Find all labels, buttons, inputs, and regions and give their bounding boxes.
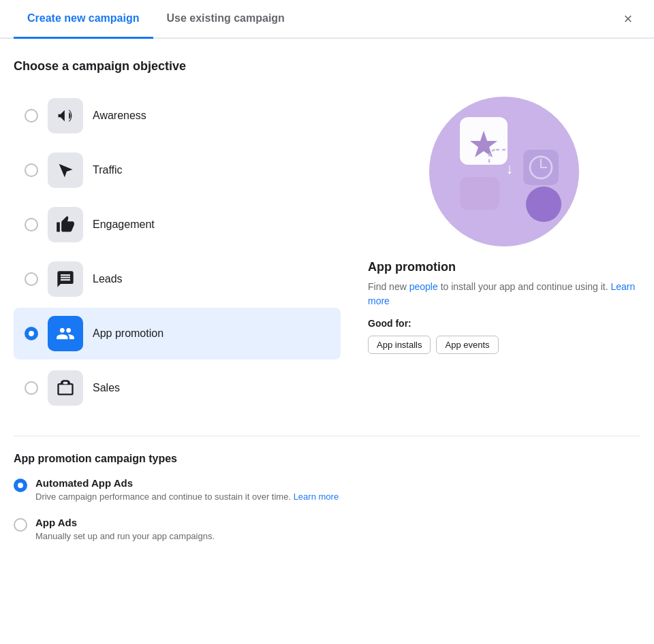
illustration-svg: ↓ xyxy=(436,103,572,240)
radio-engagement[interactable] xyxy=(25,218,38,231)
leads-label: Leads xyxy=(93,273,123,285)
objective-app-promotion[interactable]: App promotion xyxy=(14,308,341,359)
cursor-icon xyxy=(56,161,75,180)
close-button[interactable]: × xyxy=(616,7,640,31)
automated-desc-text: Drive campaign performance and continue … xyxy=(35,492,294,502)
leads-icon-box xyxy=(48,261,83,297)
type-automated-app-ads[interactable]: Automated App Ads Drive campaign perform… xyxy=(14,477,640,503)
objectives-list: Awareness Traffic xyxy=(14,90,341,414)
tag-app-events: App events xyxy=(436,336,498,354)
radio-automated-app-ads[interactable] xyxy=(14,479,27,492)
radio-sales[interactable] xyxy=(25,381,38,395)
good-for-label: Good for: xyxy=(368,318,640,329)
radio-traffic[interactable] xyxy=(25,163,38,177)
traffic-icon-box xyxy=(48,152,83,188)
type-app-ads[interactable]: App Ads Manually set up and run your app… xyxy=(14,517,640,543)
engagement-label: Engagement xyxy=(93,219,155,231)
tab-create-new[interactable]: Create new campaign xyxy=(14,0,153,39)
thumbsup-icon xyxy=(56,215,75,234)
two-column-layout: Awareness Traffic xyxy=(14,90,640,414)
automated-learn-more-link[interactable]: Learn more xyxy=(294,492,339,502)
automated-app-ads-desc: Drive campaign performance and continue … xyxy=(35,491,339,503)
campaign-types-title: App promotion campaign types xyxy=(14,453,640,465)
traffic-label: Traffic xyxy=(93,164,123,176)
section-title: Choose a campaign objective xyxy=(14,59,640,74)
radio-app-ads[interactable] xyxy=(14,518,27,532)
right-panel-description: Find new people to install your app and … xyxy=(368,280,640,308)
svg-point-8 xyxy=(526,187,561,222)
tab-bar: Create new campaign Use existing campaig… xyxy=(0,0,654,39)
svg-text:↓: ↓ xyxy=(506,160,514,177)
tags-container: App installs App events xyxy=(368,336,640,354)
app-ads-text: App Ads Manually set up and run your app… xyxy=(35,517,215,543)
automated-app-ads-label: Automated App Ads xyxy=(35,477,339,489)
briefcase-icon xyxy=(56,379,75,398)
sales-label: Sales xyxy=(93,382,120,394)
objective-awareness[interactable]: Awareness xyxy=(14,90,341,142)
automated-app-ads-text: Automated App Ads Drive campaign perform… xyxy=(35,477,339,503)
people-link[interactable]: people xyxy=(409,281,438,292)
app-promotion-label: App promotion xyxy=(93,327,164,340)
objective-traffic[interactable]: Traffic xyxy=(14,144,341,196)
app-promotion-illustration: ↓ xyxy=(429,97,579,246)
chat-icon xyxy=(56,270,75,289)
engagement-icon-box xyxy=(48,207,83,242)
objective-engagement[interactable]: Engagement xyxy=(14,199,341,251)
people-icon xyxy=(56,324,75,343)
objective-sales[interactable]: Sales xyxy=(14,362,341,414)
awareness-label: Awareness xyxy=(93,110,146,122)
app-promotion-icon-box xyxy=(48,316,83,351)
tab-use-existing[interactable]: Use existing campaign xyxy=(153,0,298,39)
megaphone-icon xyxy=(56,106,75,125)
right-panel: ↓ App promotion Find new people xyxy=(368,90,640,354)
app-ads-label: App Ads xyxy=(35,517,215,528)
radio-app-promotion[interactable] xyxy=(25,327,38,340)
radio-leads[interactable] xyxy=(25,272,38,286)
right-panel-title: App promotion xyxy=(368,260,640,274)
objective-leads[interactable]: Leads xyxy=(14,253,341,305)
objective-options: Awareness Traffic xyxy=(14,90,341,414)
radio-awareness[interactable] xyxy=(25,109,38,123)
campaign-modal: Create new campaign Use existing campaig… xyxy=(0,0,654,644)
desc-before-link: Find new xyxy=(368,281,409,292)
app-ads-desc: Manually set up and run your app campaig… xyxy=(35,530,215,543)
desc-after-link: to install your app and continue using i… xyxy=(438,281,611,292)
modal-content: Choose a campaign objective xyxy=(0,39,654,577)
awareness-icon-box xyxy=(48,98,83,133)
tag-app-installs: App installs xyxy=(368,336,431,354)
sales-icon-box xyxy=(48,370,83,406)
campaign-types-section: App promotion campaign types Automated A… xyxy=(14,436,640,543)
svg-rect-7 xyxy=(460,177,499,210)
